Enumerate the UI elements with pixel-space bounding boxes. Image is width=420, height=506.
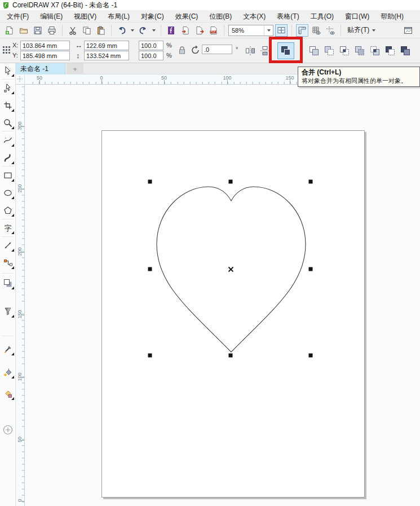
menu-item-edit[interactable]: 编辑(E) xyxy=(34,10,68,23)
rectangle-tool-button[interactable] xyxy=(1,169,15,182)
save-button[interactable] xyxy=(32,24,44,37)
scale-vertical-field[interactable] xyxy=(139,51,163,60)
menu-item-help[interactable]: 帮助(H) xyxy=(375,10,409,23)
ellipse-tool-button[interactable] xyxy=(1,186,15,200)
crop-tool-button[interactable] xyxy=(1,99,15,112)
zoom-tool-button[interactable] xyxy=(1,116,15,130)
zoom-level-value: 58% xyxy=(229,27,264,34)
quick-customize-button[interactable] xyxy=(1,423,15,437)
simplify-button[interactable] xyxy=(353,44,366,58)
handle-middle-left[interactable] xyxy=(148,267,152,271)
new-document-button[interactable] xyxy=(3,24,16,37)
x-position-label: X: xyxy=(12,42,18,49)
artistic-media-tool-button[interactable] xyxy=(1,151,15,165)
redo-dropdown-arrow[interactable] xyxy=(152,29,156,32)
combine-tooltip: 合并 (Ctrl+L) 将对象合并为有相同属性的单一对象。 xyxy=(298,67,420,87)
options-button[interactable] xyxy=(402,24,414,37)
menu-item-view[interactable]: 视图(V) xyxy=(68,10,102,23)
zoom-combo-arrow[interactable] xyxy=(264,25,273,36)
menu-item-file[interactable]: 文件(F) xyxy=(1,10,34,23)
toolbar-separator xyxy=(161,25,161,36)
handle-top-right[interactable] xyxy=(309,180,313,184)
pick-tool-button[interactable] xyxy=(1,64,15,77)
object-height-field[interactable] xyxy=(84,51,129,60)
handle-bottom-left[interactable] xyxy=(148,354,152,358)
new-document-tab-button[interactable]: + xyxy=(67,63,83,74)
redo-button[interactable] xyxy=(137,24,149,37)
weld-button[interactable] xyxy=(307,44,321,58)
mirror-vertical-button[interactable] xyxy=(258,44,272,58)
mirror-horizontal-button[interactable] xyxy=(244,44,257,58)
combine-button[interactable] xyxy=(277,42,294,59)
x-position-field[interactable] xyxy=(20,41,70,50)
object-position-icon xyxy=(2,46,11,55)
intersect-button[interactable] xyxy=(338,44,351,58)
object-width-field[interactable] xyxy=(84,41,129,50)
parallel-dimension-tool-icon xyxy=(3,241,12,250)
menu-item-effects[interactable]: 效果(C) xyxy=(170,10,204,23)
polygon-tool-button[interactable] xyxy=(1,204,15,217)
handle-middle-right[interactable] xyxy=(309,267,313,271)
create-boundary-button[interactable] xyxy=(399,44,412,58)
snap-to-dropdown[interactable]: 贴齐(T) xyxy=(345,25,379,35)
drawing-canvas[interactable] xyxy=(25,85,420,506)
menu-item-table[interactable]: 表格(T) xyxy=(271,10,304,23)
handle-bottom-right[interactable] xyxy=(309,354,313,358)
paste-button[interactable] xyxy=(95,24,107,37)
selection-center-mark[interactable] xyxy=(229,267,233,272)
y-position-field[interactable] xyxy=(20,51,70,60)
undo-button[interactable] xyxy=(116,24,128,37)
export-button[interactable] xyxy=(193,24,206,37)
smart-fill-tool-button[interactable] xyxy=(1,387,15,401)
guidelines-icon xyxy=(326,26,335,35)
rotation-angle-field[interactable] xyxy=(202,45,232,54)
interactive-fill-tool-icon xyxy=(3,368,12,377)
publish-pdf-button[interactable]: PDF xyxy=(207,24,220,37)
full-screen-preview-button[interactable] xyxy=(275,24,288,37)
front-minus-back-button[interactable] xyxy=(368,44,382,58)
vertical-ruler[interactable]: 300 250 200 150 100 50 0 xyxy=(16,85,25,506)
interactive-fill-tool-button[interactable] xyxy=(1,366,15,379)
menu-item-object[interactable]: 对象(C) xyxy=(135,10,170,23)
color-eyedropper-tool-icon xyxy=(3,345,12,354)
zoom-level-combo[interactable]: 58% xyxy=(228,25,273,36)
undo-dropdown-arrow[interactable] xyxy=(131,29,134,32)
text-tool-button[interactable]: 字 xyxy=(1,221,15,235)
transparency-tool-icon xyxy=(3,307,12,316)
show-guidelines-button[interactable] xyxy=(324,24,337,37)
handle-top-left[interactable] xyxy=(148,180,152,184)
back-minus-front-button[interactable] xyxy=(383,44,397,58)
lock-ratio-icon[interactable] xyxy=(178,46,186,55)
show-rulers-button[interactable] xyxy=(296,24,308,37)
open-button[interactable] xyxy=(17,24,30,37)
connector-tool-button[interactable] xyxy=(1,256,15,270)
color-eyedropper-tool-button[interactable] xyxy=(1,342,15,356)
show-grid-button[interactable] xyxy=(310,24,322,37)
menu-item-text[interactable]: 文本(X) xyxy=(237,10,271,23)
ellipse-tool-icon xyxy=(3,188,12,197)
search-content-button[interactable] xyxy=(165,24,178,37)
ruler-origin-icon xyxy=(16,74,24,83)
handle-top-center[interactable] xyxy=(229,180,233,184)
cut-button[interactable] xyxy=(67,24,79,37)
parallel-dimension-tool-button[interactable] xyxy=(1,239,15,252)
transparency-tool-button[interactable] xyxy=(1,305,15,318)
scale-horizontal-field[interactable] xyxy=(139,41,163,50)
freehand-tool-button[interactable] xyxy=(1,134,15,147)
document-tab-active[interactable]: 未命名 -1 xyxy=(16,63,65,74)
import-button[interactable] xyxy=(179,24,192,37)
menu-item-layout[interactable]: 布局(L) xyxy=(102,10,135,23)
snap-to-label: 贴齐(T) xyxy=(347,25,369,35)
shape-tool-button[interactable] xyxy=(1,81,15,95)
polygon-tool-icon xyxy=(3,206,12,215)
drop-shadow-tool-button[interactable] xyxy=(1,276,15,290)
ruler-origin-corner[interactable] xyxy=(16,74,25,85)
copy-button[interactable] xyxy=(81,24,93,37)
handle-bottom-center[interactable] xyxy=(229,354,233,358)
combine-icon xyxy=(281,46,291,56)
menu-item-window[interactable]: 窗口(W) xyxy=(339,10,375,23)
print-button[interactable] xyxy=(46,24,58,37)
menu-item-tools[interactable]: 工具(O) xyxy=(305,10,339,23)
trim-button[interactable] xyxy=(322,44,336,58)
menu-item-bitmaps[interactable]: 位图(B) xyxy=(204,10,237,23)
